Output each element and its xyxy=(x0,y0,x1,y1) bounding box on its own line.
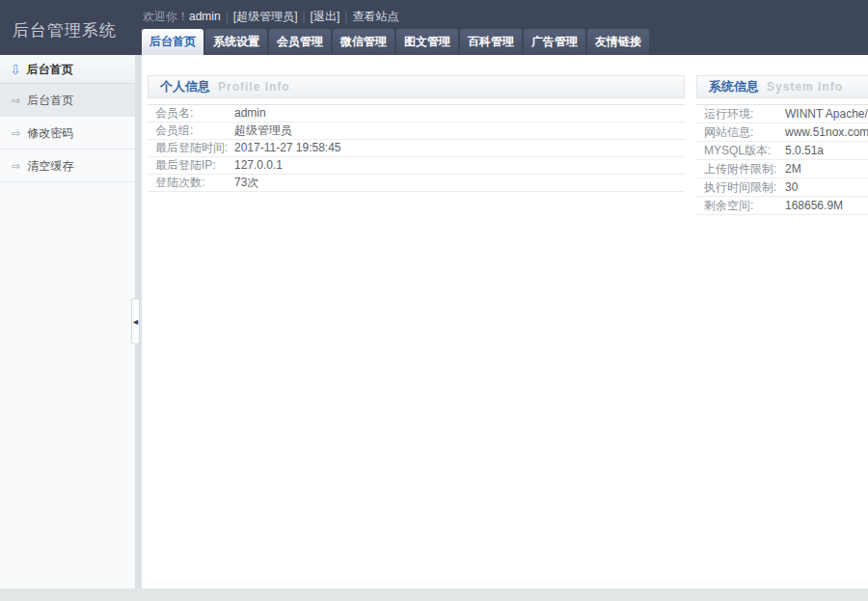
table-row: 最后登陆IP: 127.0.0.1 xyxy=(148,157,685,175)
sidebar: ⇩后台首页 ⇨后台首页 ⇨修改密码 ⇨清空缓存 xyxy=(0,55,135,588)
row-value: 2017-11-27 19:58:45 xyxy=(234,140,341,156)
tab-system-settings[interactable]: 系统设置 xyxy=(205,29,267,55)
row-value: WINNT Apache/2.4.23 (Win xyxy=(785,105,868,123)
row-value: 超级管理员 xyxy=(234,123,292,139)
table-row: 登陆次数: 73次 xyxy=(148,175,685,192)
right-arrow-icon: ⇨ xyxy=(12,127,20,139)
app-title: 后台管理系统 xyxy=(13,19,117,41)
tab-wechat-management[interactable]: 微信管理 xyxy=(333,29,394,55)
system-panel: 系统信息System Info 运行环境: WINNT Apache/2.4.2… xyxy=(696,75,868,215)
table-row: 网站信息: www.51nox.com ( 127.0.0. xyxy=(696,123,868,142)
row-label: 最后登陆IP: xyxy=(148,157,234,174)
role-link[interactable]: [超级管理员] xyxy=(233,10,298,23)
content-area: ⇩后台首页 ⇨后台首页 ⇨修改密码 ⇨清空缓存 ◀ 个人信息Profile In… xyxy=(0,55,868,588)
tab-member-management[interactable]: 会员管理 xyxy=(269,29,331,55)
view-site-link[interactable]: 查看站点 xyxy=(352,10,398,23)
sidebar-item-label: 后台首页 xyxy=(27,94,73,107)
row-label: 上传附件限制: xyxy=(696,160,785,178)
row-label: 登陆次数: xyxy=(148,175,234,191)
table-row: 会员名: admin xyxy=(148,105,685,123)
profile-title: 个人信息 xyxy=(160,79,210,94)
row-value: 168656.9M xyxy=(785,197,843,214)
sidebar-heading-home[interactable]: ⇩后台首页 xyxy=(0,55,135,84)
row-label: 网站信息: xyxy=(696,123,785,141)
welcome-text: 欢迎你！ xyxy=(143,10,189,23)
table-row: 剩余空间: 168656.9M xyxy=(696,197,868,215)
row-label: 执行时间限制: xyxy=(696,178,785,196)
system-title: 系统信息 xyxy=(709,79,759,94)
row-value: admin xyxy=(234,105,266,122)
separator: | xyxy=(302,10,305,23)
tab-wiki-management[interactable]: 百科管理 xyxy=(460,29,522,55)
row-value: 30 xyxy=(785,178,798,196)
sidebar-item-label: 修改密码 xyxy=(27,126,73,140)
table-row: 执行时间限制: 30 xyxy=(696,178,868,197)
profile-panel: 个人信息Profile Info 会员名: admin 会员组: 超级管理员 最… xyxy=(148,75,685,192)
row-value: 2M xyxy=(785,160,801,178)
main-nav-tabs: 后台首页 系统设置 会员管理 微信管理 图文管理 百科管理 广告管理 友情链接 xyxy=(142,29,651,55)
row-value: 127.0.0.1 xyxy=(234,157,283,174)
row-label: 运行环境: xyxy=(696,105,785,123)
profile-table: 会员名: admin 会员组: 超级管理员 最后登陆时间: 2017-11-27… xyxy=(148,104,685,192)
collapse-left-icon: ◀ xyxy=(133,318,138,325)
right-arrow-icon: ⇨ xyxy=(12,160,20,172)
sidebar-item-home[interactable]: ⇨后台首页 xyxy=(0,84,135,117)
tab-article-management[interactable]: 图文管理 xyxy=(396,29,458,55)
sidebar-item-label: 清空缓存 xyxy=(27,159,73,173)
row-label: 会员名: xyxy=(148,105,234,122)
row-label: 最后登陆时间: xyxy=(148,140,234,156)
tab-ad-management[interactable]: 广告管理 xyxy=(524,29,585,55)
system-title-en: System Info xyxy=(767,80,843,94)
table-row: MYSQL版本: 5.0.51a xyxy=(696,142,868,160)
row-label: 会员组: xyxy=(148,123,234,139)
row-label: 剩余空间: xyxy=(696,197,785,214)
sidebar-item-change-password[interactable]: ⇨修改密码 xyxy=(0,117,135,150)
tab-home[interactable]: 后台首页 xyxy=(142,29,203,55)
sidebar-item-clear-cache[interactable]: ⇨清空缓存 xyxy=(0,150,135,182)
sidebar-collapse-handle[interactable]: ◀ xyxy=(131,298,140,344)
row-value: 5.0.51a xyxy=(785,142,824,159)
row-value: www.51nox.com ( 127.0.0. xyxy=(785,123,868,141)
profile-panel-header: 个人信息Profile Info xyxy=(148,75,685,98)
welcome-bar: 欢迎你！admin|[超级管理员]|[退出]|查看站点 xyxy=(143,9,398,25)
row-label: MYSQL版本: xyxy=(696,142,785,159)
down-arrow-icon: ⇩ xyxy=(10,62,21,77)
table-row: 运行环境: WINNT Apache/2.4.23 (Win xyxy=(696,105,868,123)
app-header: 后台管理系统 欢迎你！admin|[超级管理员]|[退出]|查看站点 后台首页 … xyxy=(0,0,868,55)
username: admin xyxy=(189,10,221,23)
system-table: 运行环境: WINNT Apache/2.4.23 (Win 网站信息: www… xyxy=(696,104,868,215)
separator: | xyxy=(226,10,229,23)
separator: | xyxy=(344,10,347,23)
table-row: 上传附件限制: 2M xyxy=(696,160,868,178)
profile-title-en: Profile Info xyxy=(218,80,290,94)
system-panel-header: 系统信息System Info xyxy=(696,75,868,98)
tab-friend-links[interactable]: 友情链接 xyxy=(587,29,649,55)
table-row: 会员组: 超级管理员 xyxy=(148,123,685,140)
main-panel-area: 个人信息Profile Info 会员名: admin 会员组: 超级管理员 最… xyxy=(142,55,868,588)
logout-link[interactable]: [退出] xyxy=(311,10,340,23)
sidebar-heading-label: 后台首页 xyxy=(27,63,73,76)
right-arrow-icon: ⇨ xyxy=(12,95,20,106)
row-value: 73次 xyxy=(234,175,258,191)
table-row: 最后登陆时间: 2017-11-27 19:58:45 xyxy=(148,140,685,157)
